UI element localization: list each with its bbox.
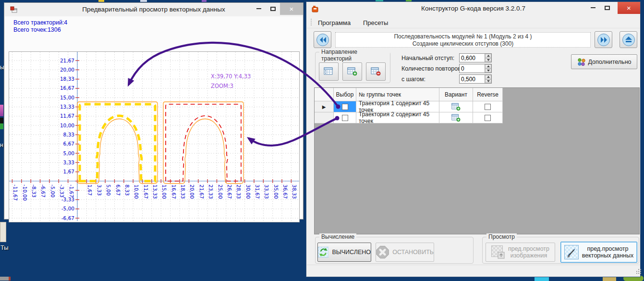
desktop-fragment	[0, 118, 3, 123]
plot-panel[interactable]: 21,6720,0018,3316,6715,0013,3311,6710,00…	[9, 51, 300, 222]
direction-remove-button[interactable]	[366, 62, 386, 81]
initial-offset-label: Начальный отступ:	[401, 55, 454, 61]
additional-button[interactable]: Дополнительно	[571, 54, 637, 69]
svg-text:6,67: 6,67	[63, 141, 74, 147]
repeat-count-label: Количество повторов:	[401, 65, 462, 72]
resize-grip[interactable]	[636, 273, 637, 274]
menu-presets[interactable]: Пресеты	[360, 18, 391, 28]
plot-svg: 21,6720,0018,3316,6715,0013,3311,6710,00…	[9, 52, 299, 221]
repeat-count-value: 0	[461, 65, 464, 72]
eject-module-button[interactable]	[620, 31, 637, 48]
svg-text:38,33: 38,33	[292, 184, 297, 199]
spin-down-button[interactable]	[485, 58, 491, 62]
svg-text:-6,67: -6,67	[61, 215, 74, 221]
constructor-minimize-button[interactable]	[587, 2, 599, 13]
svg-text:-5,00: -5,00	[61, 206, 74, 211]
row1-select-cell[interactable]	[334, 101, 356, 112]
trajectory-gridview[interactable]: Выбор № группы точек Вариант Reverse ▶ Т…	[314, 87, 640, 234]
maximize-icon	[605, 6, 610, 10]
row2-reverse-cell[interactable]	[473, 112, 503, 123]
svg-text:28,33: 28,33	[236, 184, 242, 199]
step-field[interactable]: 0,500	[459, 74, 492, 84]
table-plus-icon[interactable]	[451, 114, 461, 122]
stop-button[interactable]: ОСТАНОВИТЬ	[376, 243, 434, 262]
column-header-reverse[interactable]: Reverse	[473, 88, 503, 101]
table-plus-icon[interactable]	[451, 103, 461, 111]
svg-text:31,67: 31,67	[255, 184, 260, 199]
svg-text:25,00: 25,00	[218, 184, 223, 199]
initial-offset-spinner[interactable]	[485, 54, 491, 62]
image-preview-icon	[491, 245, 505, 259]
row2-reverse-checkbox[interactable]	[485, 115, 491, 121]
spin-down-button[interactable]	[485, 79, 491, 84]
preview-vector-label-line1: пред.просмотр	[587, 245, 628, 252]
svg-text:21,67: 21,67	[199, 184, 205, 199]
repeat-count-spinner[interactable]	[485, 64, 491, 73]
desktop-fragment	[0, 105, 3, 116]
svg-text:33,33: 33,33	[264, 184, 269, 199]
taskbar-fragment	[603, 277, 616, 281]
gcode-constructor-window: Конструктор G-кода версия 3.2.0.7 × Прог…	[306, 1, 641, 277]
calculated-button-label: ВЫЧИСЛЕНО	[332, 249, 371, 256]
desktop-fragment	[140, 0, 147, 2]
prev-module-button[interactable]	[314, 31, 331, 48]
row2-select-cell[interactable]	[334, 112, 356, 123]
step-label: с шагом:	[401, 76, 425, 83]
current-row-arrow-icon: ▶	[322, 104, 326, 110]
preview-vector-button[interactable]: пред.просмотр векторных данных	[560, 242, 637, 263]
next-module-button[interactable]	[595, 31, 612, 48]
step-value: 0,500	[461, 76, 475, 83]
direction-add-button[interactable]	[342, 62, 362, 81]
preview-maximize-button[interactable]	[267, 3, 279, 14]
svg-text:-3,33: -3,33	[59, 184, 65, 197]
row2-header[interactable]	[315, 112, 334, 123]
svg-text:5,00: 5,00	[106, 184, 111, 195]
svg-text:11,67: 11,67	[143, 184, 149, 199]
constructor-maximize-button[interactable]	[600, 2, 614, 13]
vector-preview-icon	[564, 245, 579, 259]
desktop-partial-label: н	[0, 142, 3, 148]
spin-up-button[interactable]	[485, 54, 491, 58]
svg-text:-5,00: -5,00	[50, 184, 56, 197]
row2-variant-cell[interactable]	[439, 112, 473, 123]
constructor-titlebar[interactable]: Конструктор G-кода версия 3.2.0.7 ×	[306, 2, 640, 15]
svg-text:15,00: 15,00	[161, 184, 167, 199]
preview-titlebar[interactable]: Предварительный просмотр векторных данны…	[4, 3, 303, 16]
desktop-icon-label[interactable]: Ты	[0, 244, 9, 251]
constructor-close-button[interactable]: ×	[618, 2, 640, 14]
row1-variant-cell[interactable]	[439, 101, 473, 112]
repeat-count-field[interactable]: 0	[459, 64, 492, 73]
initial-offset-field[interactable]: 0,600	[459, 53, 492, 62]
down-arrow-icon	[487, 80, 490, 82]
row1-reverse-cell[interactable]	[473, 101, 503, 112]
menu-program[interactable]: Программа	[315, 18, 354, 28]
spin-up-button[interactable]	[485, 64, 491, 69]
svg-text:15,00: 15,00	[60, 95, 74, 100]
zoom-level-text: ZOOM:3	[211, 83, 233, 89]
row1-reverse-checkbox[interactable]	[485, 104, 491, 110]
row1-select-checkbox[interactable]	[342, 104, 348, 110]
preview-image-label-line2: изображения	[510, 252, 547, 259]
preview-close-button[interactable]: ×	[280, 3, 303, 15]
svg-text:26,67: 26,67	[227, 184, 232, 199]
calculated-button[interactable]: ВЫЧИСЛЕНО	[317, 243, 371, 262]
row1-header[interactable]: ▶	[315, 101, 334, 112]
svg-text:3,33: 3,33	[63, 159, 74, 165]
column-header-select[interactable]: Выбор	[334, 88, 356, 101]
svg-text:-1,67: -1,67	[69, 184, 74, 197]
desktop-fragment	[98, 0, 104, 2]
preview-minimize-button[interactable]	[253, 3, 265, 14]
direction-default-button[interactable]	[319, 62, 339, 81]
step-spinner[interactable]	[485, 75, 491, 83]
column-header-variant[interactable]: Вариант	[439, 88, 473, 101]
spin-down-button[interactable]	[485, 69, 491, 73]
spin-up-button[interactable]	[485, 75, 491, 79]
column-header-group[interactable]: № группы точек	[356, 88, 439, 101]
row2-select-checkbox[interactable]	[342, 115, 348, 121]
preview-image-button[interactable]: пред.просмотр изображения	[486, 243, 555, 262]
menubar: Программа Пресеты	[307, 16, 640, 28]
desktop-icon[interactable]	[0, 222, 6, 242]
row2-group-cell[interactable]: Траектория 2 содержит 45 точек	[356, 112, 439, 123]
direction-group-label: Направление траекторий	[319, 49, 390, 62]
minimize-icon	[591, 7, 595, 8]
